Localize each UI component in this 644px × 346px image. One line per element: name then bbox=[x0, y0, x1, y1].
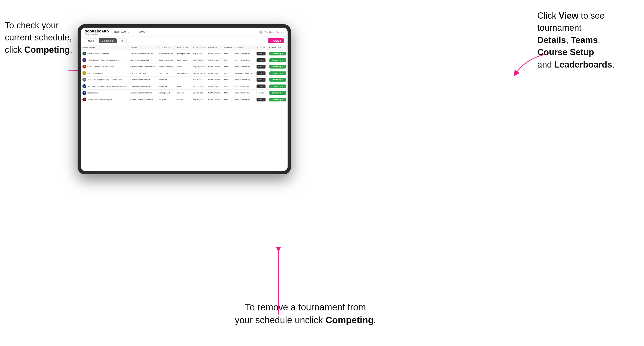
competing-button[interactable]: Competing ✓ bbox=[270, 84, 286, 88]
cell-division: NCAA Division I bbox=[207, 70, 223, 76]
cell-gender: Men bbox=[222, 90, 234, 96]
cell-event-name: H John A. Burns Intercollegiate bbox=[81, 96, 129, 103]
competing-button[interactable]: Competing ✓ bbox=[270, 71, 286, 75]
cell-hosted: ABAC bbox=[176, 83, 192, 90]
cell-venue: Trinity Forest Golf Club bbox=[129, 83, 157, 90]
view-button[interactable]: View ℹ bbox=[256, 58, 266, 62]
cell-competing[interactable]: Competing ✓ bbox=[268, 76, 288, 83]
col-division: DIVISION bbox=[207, 45, 223, 50]
competing-button[interactable]: Competing ✓ bbox=[270, 58, 286, 62]
cell-division: NCAA Division I bbox=[207, 83, 223, 90]
cell-gender: Men bbox=[222, 83, 234, 90]
cell-competing[interactable]: Competing ✓ bbox=[268, 50, 288, 57]
nav-links: TOURNAMENTS TEAMS bbox=[114, 31, 259, 33]
cell-actions[interactable]: View ℹ bbox=[255, 96, 268, 103]
nav-teams[interactable]: TEAMS bbox=[136, 31, 144, 33]
cell-event-name: P Papago Individual bbox=[81, 70, 129, 76]
event-name-text: Copper Cup bbox=[88, 92, 98, 94]
cell-actions[interactable]: View ℹ bbox=[255, 57, 268, 63]
cell-city: Dallas, TX bbox=[157, 83, 176, 90]
cell-hosted: Arizona State bbox=[176, 70, 192, 76]
tablet-shell: SCOREBOARD Powered by clippi TOURNAMENTS… bbox=[78, 24, 291, 174]
view-button[interactable]: View ℹ bbox=[256, 52, 266, 55]
cell-competing[interactable]: Competing ✓ bbox=[268, 90, 288, 96]
cell-event-name: I OFCC Fighting Illini Invitational bbox=[81, 63, 129, 70]
scoreboard-logo: SCOREBOARD Powered by clippi bbox=[85, 29, 109, 35]
edit-button[interactable]: ✏ Edit bbox=[256, 91, 266, 95]
cell-scoring: team, Stroke Play bbox=[234, 63, 255, 70]
team-logo: J bbox=[82, 84, 86, 88]
cell-start: Sep 15, 2023 bbox=[192, 63, 206, 70]
cell-actions[interactable]: View ℹ bbox=[255, 76, 268, 83]
table-row: H John A. Burns Intercollegiate Ocean Co… bbox=[81, 96, 288, 103]
cell-city: Sammamish, WA bbox=[157, 57, 176, 63]
competing-button[interactable]: Competing ✓ bbox=[270, 52, 286, 55]
annotation-tr-2: tournament bbox=[537, 23, 582, 33]
signout-link[interactable]: Sign out bbox=[276, 31, 284, 33]
cell-division: NCAA Division I bbox=[207, 57, 223, 63]
cell-competing[interactable]: Competing ✓ bbox=[268, 83, 288, 90]
cell-hosted: Illinois bbox=[176, 63, 192, 70]
logo-sub: Powered by clippi bbox=[85, 33, 109, 35]
tournaments-table: EVENT NAME VENUE CITY, STATE HOSTED BY S… bbox=[81, 45, 288, 103]
annotation-tr-1: Click View to see bbox=[537, 11, 604, 20]
cell-scoring: team, Match Play bbox=[234, 90, 255, 96]
cell-competing[interactable]: Competing ✓ bbox=[268, 63, 288, 70]
cell-scoring: team, Stroke Play bbox=[234, 96, 255, 103]
cell-venue: Olympia Fields Country Club bbox=[129, 63, 157, 70]
arrow-right bbox=[496, 52, 550, 81]
view-button[interactable]: View ℹ bbox=[256, 78, 266, 82]
col-hosted: HOSTED BY bbox=[176, 45, 192, 50]
create-button[interactable]: + Create bbox=[268, 38, 284, 43]
cell-division: NCAA Division I bbox=[207, 90, 223, 96]
competing-button[interactable]: Competing ✓ bbox=[270, 91, 286, 95]
cell-actions[interactable]: ✏ Edit bbox=[255, 90, 268, 96]
view-button[interactable]: View ℹ bbox=[256, 71, 266, 75]
user-name: Test User bbox=[264, 31, 274, 33]
cell-venue: Sahalee Country Club bbox=[129, 57, 157, 63]
view-button[interactable]: View ℹ bbox=[256, 65, 266, 68]
cell-gender: Men bbox=[222, 70, 234, 76]
cell-hosted bbox=[176, 76, 192, 83]
team-logo: J bbox=[82, 78, 86, 82]
cell-competing[interactable]: Competing ✓ bbox=[268, 57, 288, 63]
cell-venue: Trinity Forest Golf Club bbox=[129, 76, 157, 83]
col-gender: GENDER bbox=[222, 45, 234, 50]
cell-competing[interactable]: Competing ✓ bbox=[268, 70, 288, 76]
annotation-bottom: To remove a tournament from your schedul… bbox=[208, 301, 402, 327]
col-competing: COMPETING bbox=[268, 45, 288, 50]
event-name-text: Papago Individual bbox=[88, 72, 103, 74]
nav-tournaments[interactable]: TOURNAMENTS bbox=[114, 31, 132, 33]
cell-division: NCAA Division I bbox=[207, 50, 223, 57]
competing-button[interactable]: Competing ✓ bbox=[270, 65, 286, 68]
competing-button[interactable]: Competing ✓ bbox=[270, 78, 286, 82]
cell-venue: Ak-Chin Southern Dunes bbox=[129, 90, 157, 96]
tab-home[interactable]: Home bbox=[85, 38, 98, 43]
cell-venue: Ocean Course At Hokuala bbox=[129, 96, 157, 103]
cell-hosted: Washington bbox=[176, 57, 192, 63]
cell-actions[interactable]: View ℹ bbox=[255, 63, 268, 70]
cell-event-name: F Folds of Honor Collegiate bbox=[81, 50, 129, 57]
view-button[interactable]: View ℹ bbox=[256, 98, 266, 101]
cell-actions[interactable]: View ℹ bbox=[255, 70, 268, 76]
tab-competing[interactable]: Competing bbox=[99, 38, 117, 43]
col-city: CITY, STATE bbox=[157, 45, 176, 50]
view-button[interactable]: View ℹ bbox=[256, 84, 266, 88]
cell-competing[interactable]: Competing ✓ bbox=[268, 96, 288, 103]
col-scoring: SCORING bbox=[234, 45, 255, 50]
top-nav: SCOREBOARD Powered by clippi TOURNAMENTS… bbox=[81, 28, 288, 37]
event-name-text: OFCC Fighting Illini Invitational bbox=[88, 66, 114, 68]
col-venue: VENUE bbox=[129, 45, 157, 50]
table-row: P Papago Individual Papago Golf ClubPhoe… bbox=[81, 70, 288, 76]
cell-actions[interactable]: View ℹ bbox=[255, 83, 268, 90]
cell-actions[interactable]: View ℹ bbox=[255, 50, 268, 57]
cell-scoring: team, Stroke Play bbox=[234, 76, 255, 83]
cell-gender: Men bbox=[222, 57, 234, 63]
tab-all[interactable]: All bbox=[118, 38, 126, 43]
annotation-line2: current schedule, bbox=[5, 32, 72, 42]
filter-bar: Home Competing All + Create bbox=[81, 37, 288, 45]
cell-start: Oct 9, 2023 bbox=[192, 76, 206, 83]
annotation-bottom-1: To remove a tournament from bbox=[245, 302, 366, 312]
user-icon bbox=[259, 30, 262, 34]
competing-button[interactable]: Competing ✓ bbox=[270, 98, 286, 101]
